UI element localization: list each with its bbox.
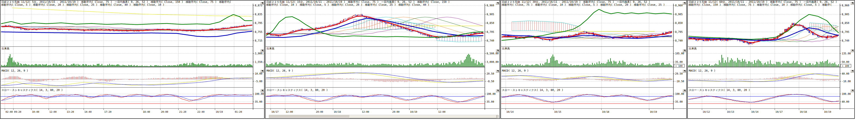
axis-tick-label: 105.00 (675, 52, 684, 55)
section-collapse-button-3[interactable] (260, 89, 264, 92)
time-axis-label: 02:40 (5, 110, 12, 113)
time-axis-label: 12:00 (362, 110, 369, 113)
time-axis-label: 21:20 (179, 110, 186, 113)
triangle-icon (852, 70, 853, 72)
horizontal-scrollbar[interactable] (269, 115, 499, 118)
time-axis-label: 10:40 (32, 110, 39, 113)
section-collapse-button-0[interactable] (260, 2, 264, 5)
section-collapse-button-1[interactable] (260, 49, 264, 52)
volume-section-label: 出来高 (689, 47, 696, 51)
triangle-icon (497, 70, 498, 72)
section-collapse-button-0[interactable] (496, 2, 499, 5)
axis-tick-label: 100.00 (675, 92, 684, 96)
chart-canvas: 8,9608,9058,8508,7958,740105.0035.0029.5… (501, 0, 686, 118)
triangle-icon (261, 70, 263, 72)
chart-indicator-list: 移動平均( Close, 150 ) 移動平均( Close, 75 ) 移動平… (689, 3, 832, 6)
time-axis-label: 10/13 (727, 110, 734, 113)
time-axis-label: 01:20 (235, 110, 242, 113)
macd-section-label: MACD( 12, 26, 9 ) (267, 69, 293, 72)
time-axis-label: 10/18 (800, 110, 807, 113)
section-collapse-button-3[interactable] (682, 89, 686, 92)
time-axis-label: 12:00 (286, 110, 293, 113)
axis-tick-label: 3,000.00 (487, 60, 498, 63)
time-axis-label: 13:20 (67, 110, 74, 113)
axis-tick-label: 3,900.00 (255, 52, 264, 55)
axis-tick-label: 135.00 (842, 52, 851, 55)
chart-indicator-list: 移動平均( Close, 10 ) 移動平均( Close, 5 ) 移動平均(… (266, 3, 429, 6)
time-axis-label: 10/19 (650, 110, 657, 113)
triangle-icon (852, 90, 853, 91)
time-axis-label: 20:00 (392, 110, 400, 113)
section-collapse-button-0[interactable] (850, 2, 854, 5)
chart-indicator-list: 移動平均( Close, 75 ) 移動平均( Close, 10 ) 移動平均… (502, 3, 665, 6)
stochastics-section-label: スロー・ストキャスティクス( 14, 3, 80, 20 ) (2, 88, 63, 92)
chart-title: 日経２２５先物 11/12( 5分, 2011/10/15 - 2011/10/… (1, 1, 231, 3)
time-axis-label: 10/17 (271, 110, 278, 113)
triangle-icon (684, 70, 685, 72)
axis-tick-label: 100.00 (255, 92, 264, 96)
axis-tick-label: 100.00 (487, 92, 496, 96)
axis-tick-label: 8,905 (487, 13, 494, 16)
chart-title: 日経２２５先物 11/12( 15分, 2011/10/11 - 2011/10… (266, 1, 450, 3)
time-axis-label: 09:20 (14, 110, 21, 113)
section-collapse-button-3[interactable] (850, 89, 854, 92)
axis-tick-label: 8,500.00 (487, 52, 498, 55)
axis-tick-label: -5.00 (255, 80, 262, 83)
volume-section-label: 出来高 (267, 47, 274, 51)
axis-tick-label: 40.00 (842, 100, 849, 103)
axis-tick-label: 8,850 (842, 22, 849, 25)
volume-multiplier-box: × 100 (842, 64, 849, 68)
time-axis-label: 10/19 (410, 110, 417, 113)
time-axis-label: 20:00 (161, 110, 168, 113)
triangle-icon (261, 2, 263, 4)
time-axis-label: 12:00 (438, 110, 445, 113)
time-axis-label: 17:20 (104, 110, 112, 113)
stochastics-section-label: スロー・ストキャスティクス( 14, 3, 80, 20 ) (267, 88, 328, 92)
time-axis-label: 10/19 (216, 110, 223, 113)
scrollbar-thumb[interactable] (349, 115, 497, 118)
section-collapse-button-3[interactable] (496, 89, 499, 92)
time-axis-label: 14:40 (84, 110, 91, 113)
time-axis-label: 10/14 (751, 110, 758, 113)
axis-tick-label: 29.50 (675, 72, 683, 75)
time-axis-label: 10/18 (334, 110, 341, 113)
section-collapse-button-2[interactable] (682, 70, 686, 73)
axis-tick-label: 35.00 (255, 100, 262, 103)
axis-tick-label: 35.00 (487, 100, 494, 103)
axis-tick-label: 8,850 (675, 22, 683, 25)
axis-tick-label: 8,795 (675, 30, 683, 33)
stochastics-section-label: スロー・ストキャスティクス( 14, 3, 80, 20 ) (502, 88, 563, 92)
chart-window-60分: 8,9608,9058,8508,7958,740135.0050.0040.0… (687, 0, 855, 119)
time-axis-label: 10/18 (602, 110, 609, 113)
section-collapse-button-1[interactable] (496, 49, 499, 52)
axis-tick-label: -8.50 (487, 80, 494, 83)
triangle-icon (497, 90, 498, 91)
volume-section-label: 出来高 (502, 47, 510, 51)
section-collapse-button-0[interactable] (682, 2, 686, 5)
axis-tick-label: 8,960 (842, 4, 849, 7)
section-collapse-button-1[interactable] (682, 49, 686, 52)
axis-tick-label: 1,550.00 (255, 60, 264, 63)
axis-tick-label: 20.50 (487, 72, 494, 75)
time-axis-label: 22:40 (197, 110, 205, 113)
axis-tick-label: 8,715 (255, 39, 262, 42)
chart-title: 日経２２５先物 11/12( 30分, 2011/10/11 - 2011/10… (502, 1, 650, 3)
axis-tick-label: 8,755 (255, 30, 262, 33)
axis-tick-label: -10.50 (675, 80, 684, 83)
section-collapse-button-1[interactable] (850, 49, 854, 52)
section-collapse-button-2[interactable] (850, 70, 854, 73)
time-axis-label: 10/12 (703, 110, 710, 113)
triangle-icon (684, 2, 685, 4)
chart-canvas: 8,9608,9058,8508,7958,7408,500.003,000.0… (266, 0, 500, 118)
axis-tick-label: 8,960 (675, 4, 683, 7)
section-collapse-button-2[interactable] (260, 70, 264, 73)
triangle-icon (497, 50, 498, 51)
axis-tick-label: 8,795 (255, 22, 262, 25)
volume-multiplier-box: × 100 (675, 64, 682, 68)
axis-tick-label: 8,835 (255, 13, 262, 16)
axis-tick-label: 8,850 (487, 22, 494, 25)
time-axis-label: 10/19 (824, 110, 831, 113)
section-collapse-button-2[interactable] (496, 70, 499, 73)
axis-tick-label: 10.00 (255, 72, 262, 75)
macd-section-label: MACD( 12, 26, 9 ) (502, 69, 529, 72)
